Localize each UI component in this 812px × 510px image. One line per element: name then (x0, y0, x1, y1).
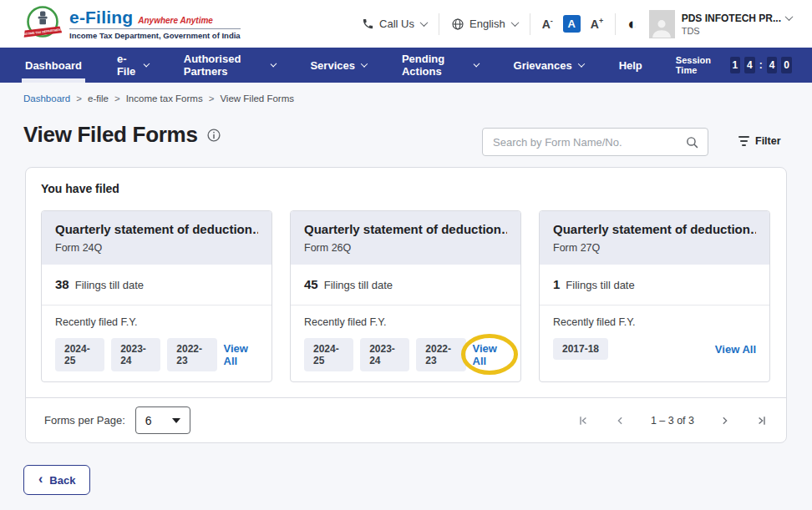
font-increase-button[interactable]: A+ (591, 17, 603, 31)
card-title: Quarterly statement of deduction… (304, 222, 507, 236)
nav-grievances[interactable]: Grievances (512, 48, 586, 83)
fy-chip[interactable]: 2022-23 (416, 338, 465, 371)
session-digit: 4 (744, 57, 755, 73)
view-all-link-27q[interactable]: View All (715, 343, 756, 356)
brand-name: e-Filing (69, 8, 133, 28)
font-normal-button[interactable]: A (563, 15, 581, 33)
session-digit: 0 (781, 57, 792, 73)
form-card-24q: Quarterly statement of deduction… Form 2… (41, 210, 272, 382)
search-box (482, 128, 708, 156)
session-digit: 1 (730, 57, 741, 73)
chevron-down-icon (361, 60, 368, 67)
chevron-down-icon (510, 18, 519, 27)
breadcrumb-income-tax-forms[interactable]: Income tax Forms (126, 93, 203, 104)
brand-subtitle: Income Tax Department, Government of Ind… (69, 28, 241, 40)
brand-tagline: Anywhere Anytime (138, 16, 213, 25)
breadcrumb-separator: > (76, 93, 82, 104)
phone-icon (362, 18, 374, 30)
fy-chip-row: 2017-18 View All (553, 338, 756, 360)
nav-dashboard[interactable]: Dashboard (23, 48, 84, 83)
filings-count: 38 (55, 277, 69, 291)
divider (439, 13, 439, 35)
card-header: Quarterly statement of deduction… Form 2… (540, 211, 769, 265)
nav-e-file[interactable]: e-File (115, 48, 150, 83)
fy-chip[interactable]: 2024-25 (55, 338, 104, 371)
person-icon (651, 17, 672, 38)
chevron-down-icon (144, 61, 150, 68)
fy-chip[interactable]: 2023-24 (360, 338, 409, 371)
filings-count-label: Filings till date (324, 279, 393, 291)
fy-chip[interactable]: 2024-25 (304, 338, 353, 371)
card-fy-section: Recently filed F.Y. 2024-25 2023-24 2022… (42, 305, 272, 371)
card-count-row: 45Filings till date (291, 265, 520, 305)
nav-authorised-partners[interactable]: Authorised Partners (182, 48, 277, 83)
card-fy-section: Recently filed F.Y. 2024-25 2023-24 2022… (291, 305, 520, 371)
chevron-left-icon: ‹ (38, 472, 43, 486)
breadcrumb-e-file[interactable]: e-file (88, 93, 109, 104)
fy-chip[interactable]: 2023-24 (111, 338, 160, 371)
fy-chip-row: 2024-25 2023-24 2022-23 View All (304, 338, 507, 371)
header-actions: Call Us English A- A A+ ◐ (362, 10, 792, 38)
forms-per-page-label: Forms per Page: (44, 414, 125, 427)
title-row: View Filed Forms (23, 122, 221, 148)
user-role: TDS (682, 26, 792, 36)
user-menu[interactable]: PDS INFOTECH PR... TDS (649, 10, 792, 38)
previous-page-button[interactable] (615, 415, 626, 427)
chevron-down-icon (420, 18, 429, 27)
next-page-button[interactable] (719, 415, 730, 427)
fy-chip[interactable]: 2022-23 (167, 338, 216, 371)
view-all-link-26q[interactable]: View All (473, 342, 507, 367)
chevron-down-icon (577, 60, 584, 67)
back-button[interactable]: ‹ Back (23, 465, 90, 495)
caret-down-icon (172, 418, 180, 423)
session-separator: : (759, 59, 763, 71)
nav-services[interactable]: Services (308, 48, 368, 83)
search-input[interactable] (483, 136, 685, 149)
fy-label: Recently filed F.Y. (553, 316, 756, 328)
forms-per-page-select[interactable]: 6 (135, 406, 190, 434)
filings-count: 45 (304, 277, 318, 291)
pagination: 1 – 3 of 3 (577, 415, 768, 427)
chevron-down-icon (270, 61, 277, 68)
form-card-26q: Quarterly statement of deduction… Form 2… (290, 210, 521, 382)
user-info: PDS INFOTECH PR... TDS (682, 13, 792, 36)
fy-chip[interactable]: 2017-18 (553, 338, 608, 360)
nav-help[interactable]: Help (617, 48, 644, 83)
panel-footer: Forms per Page: 6 1 – 3 of 3 (26, 397, 786, 442)
session-digit: 4 (767, 57, 778, 73)
view-all-link-24q[interactable]: View All (224, 342, 258, 367)
filter-icon (738, 136, 749, 145)
first-page-button[interactable] (577, 415, 590, 427)
avatar (649, 10, 675, 38)
contrast-toggle-icon[interactable]: ◐ (627, 16, 637, 32)
breadcrumb-separator: > (114, 93, 120, 104)
user-name: PDS INFOTECH PR... (682, 13, 781, 24)
globe-icon (451, 18, 464, 31)
search-icon[interactable] (685, 135, 699, 149)
last-page-button[interactable] (755, 415, 768, 427)
font-decrease-button[interactable]: A- (542, 17, 553, 31)
breadcrumb: Dashboard > e-file > Income tax Forms > … (23, 93, 294, 104)
view-filed-forms-page: INCOME TAX DEPARTMENT e-Filing Anywhere … (0, 0, 812, 510)
back-button-label: Back (49, 474, 75, 487)
divider (530, 13, 530, 35)
info-icon[interactable] (206, 128, 221, 143)
breadcrumb-dashboard[interactable]: Dashboard (23, 93, 70, 104)
page-title: View Filed Forms (23, 122, 198, 148)
main-navbar: Dashboard e-File Authorised Partners Ser… (0, 48, 812, 83)
call-us-menu[interactable]: Call Us (362, 18, 427, 30)
card-fy-section: Recently filed F.Y. 2017-18 View All (540, 305, 769, 360)
filter-button[interactable]: Filter (738, 135, 781, 147)
fy-label: Recently filed F.Y. (304, 316, 507, 328)
filings-count-label: Filings till date (75, 279, 144, 291)
language-menu[interactable]: English (451, 18, 518, 31)
chevron-down-icon (785, 13, 794, 21)
font-size-controls: A- A A+ (542, 15, 604, 33)
breadcrumb-separator: > (209, 93, 215, 104)
filings-count: 1 (553, 277, 560, 291)
filter-label: Filter (755, 135, 781, 147)
card-form-number: Form 24Q (55, 242, 258, 254)
card-title: Quarterly statement of deduction… (553, 222, 756, 236)
nav-pending-actions[interactable]: Pending Actions (400, 48, 480, 83)
divider (615, 13, 616, 35)
